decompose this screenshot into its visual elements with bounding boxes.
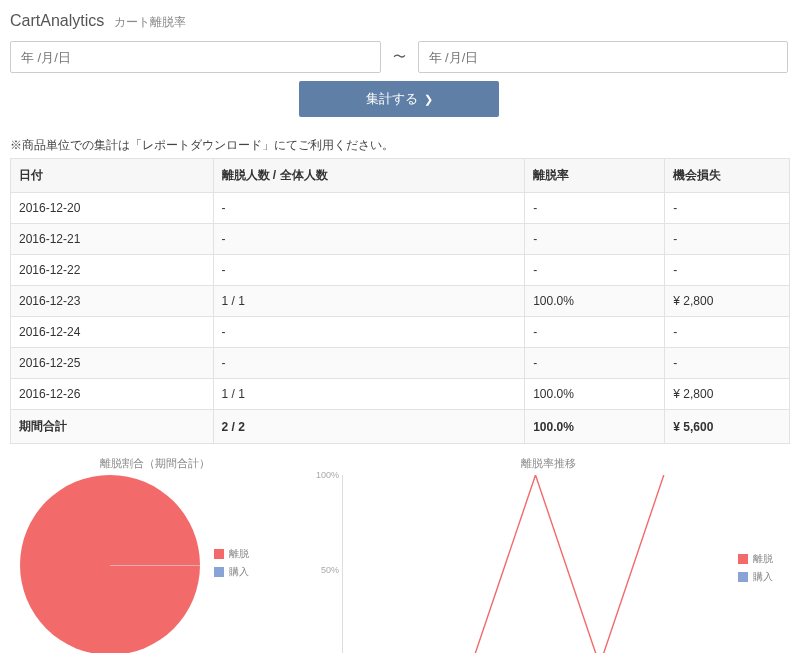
cell-date: 2016-12-21	[11, 224, 214, 255]
table-row: 2016-12-25---	[11, 348, 790, 379]
table-row: 2016-12-21---	[11, 224, 790, 255]
note-text: ※商品単位での集計は「レポートダウンロード」にてご利用ください。	[0, 137, 798, 158]
cell-count: 2 / 2	[213, 410, 525, 444]
cell-count: 1 / 1	[213, 286, 525, 317]
cell-rate: 100.0%	[525, 286, 665, 317]
line-chart: 離脱率推移 100% 50% 12-2012-2112-2212-2312-24…	[308, 456, 788, 653]
cell-rate: 100.0%	[525, 410, 665, 444]
cell-count: -	[213, 255, 525, 286]
cell-date: 2016-12-24	[11, 317, 214, 348]
cell-loss: -	[665, 317, 790, 348]
cell-rate: -	[525, 224, 665, 255]
date-from-input[interactable]	[10, 41, 381, 73]
pie-legend: 離脱 購入	[214, 547, 249, 583]
cell-rate: -	[525, 255, 665, 286]
cell-date: 2016-12-20	[11, 193, 214, 224]
aggregate-button-label: 集計する	[366, 90, 418, 108]
legend-item-purchase: 購入	[214, 565, 249, 579]
cell-rate: -	[525, 193, 665, 224]
cell-loss: ¥ 5,600	[665, 410, 790, 444]
legend-item-exit: 離脱	[214, 547, 249, 561]
table-row: 2016-12-231 / 1100.0%¥ 2,800	[11, 286, 790, 317]
legend-label-exit: 離脱	[229, 547, 249, 561]
table-row: 2016-12-24---	[11, 317, 790, 348]
filter-bar: 〜	[0, 41, 798, 81]
line-plot-area: 12-2012-2112-2212-2312-2412-2512-26	[342, 475, 728, 653]
results-table: 日付 離脱人数 / 全体人数 離脱率 機会損失 2016-12-20---201…	[10, 158, 790, 444]
cell-loss: -	[665, 348, 790, 379]
cell-rate: 100.0%	[525, 379, 665, 410]
aggregate-button[interactable]: 集計する ❯	[299, 81, 499, 117]
cell-loss: -	[665, 255, 790, 286]
page-title: カート離脱率	[114, 14, 186, 31]
pie-chart: 離脱割合（期間合計） 離脱 購入	[10, 456, 300, 653]
pie-radius-line	[110, 565, 200, 566]
pie-chart-title: 離脱割合（期間合計）	[10, 456, 300, 471]
cell-date: 2016-12-26	[11, 379, 214, 410]
th-loss: 機会損失	[665, 159, 790, 193]
cell-date: 2016-12-23	[11, 286, 214, 317]
app-name: CartAnalytics	[10, 12, 104, 30]
line-chart-title: 離脱率推移	[308, 456, 788, 471]
cell-loss: -	[665, 193, 790, 224]
table-row: 2016-12-22---	[11, 255, 790, 286]
cell-count: -	[213, 348, 525, 379]
line-legend: 離脱 購入	[728, 475, 788, 653]
cell-date: 2016-12-22	[11, 255, 214, 286]
cell-loss: ¥ 2,800	[665, 286, 790, 317]
legend-swatch-red	[214, 549, 224, 559]
table-row: 2016-12-20---	[11, 193, 790, 224]
table-row-total: 期間合計2 / 2100.0%¥ 5,600	[11, 410, 790, 444]
legend-swatch-blue-2	[738, 572, 748, 582]
th-count: 離脱人数 / 全体人数	[213, 159, 525, 193]
th-date: 日付	[11, 159, 214, 193]
ytick-50: 50%	[321, 565, 339, 575]
cell-date: 2016-12-25	[11, 348, 214, 379]
legend-swatch-blue	[214, 567, 224, 577]
legend-item-purchase-2: 購入	[738, 570, 788, 584]
line-svg	[343, 475, 728, 653]
cell-date: 期間合計	[11, 410, 214, 444]
th-rate: 離脱率	[525, 159, 665, 193]
date-to-input[interactable]	[418, 41, 789, 73]
ytick-100: 100%	[316, 470, 339, 480]
cell-loss: ¥ 2,800	[665, 379, 790, 410]
pie-graphic	[20, 475, 200, 653]
cell-loss: -	[665, 224, 790, 255]
legend-label-exit-2: 離脱	[753, 552, 773, 566]
cell-count: -	[213, 317, 525, 348]
chevron-right-icon: ❯	[424, 93, 433, 106]
cell-count: 1 / 1	[213, 379, 525, 410]
legend-item-exit-2: 離脱	[738, 552, 788, 566]
date-range-separator: 〜	[393, 48, 406, 66]
legend-label-purchase: 購入	[229, 565, 249, 579]
legend-swatch-red-2	[738, 554, 748, 564]
header: CartAnalytics カート離脱率	[0, 0, 798, 41]
cell-count: -	[213, 193, 525, 224]
cell-rate: -	[525, 348, 665, 379]
table-row: 2016-12-261 / 1100.0%¥ 2,800	[11, 379, 790, 410]
legend-label-purchase-2: 購入	[753, 570, 773, 584]
charts-area: 離脱割合（期間合計） 離脱 購入 離脱率推移 100% 50%	[0, 456, 798, 653]
cell-count: -	[213, 224, 525, 255]
cell-rate: -	[525, 317, 665, 348]
